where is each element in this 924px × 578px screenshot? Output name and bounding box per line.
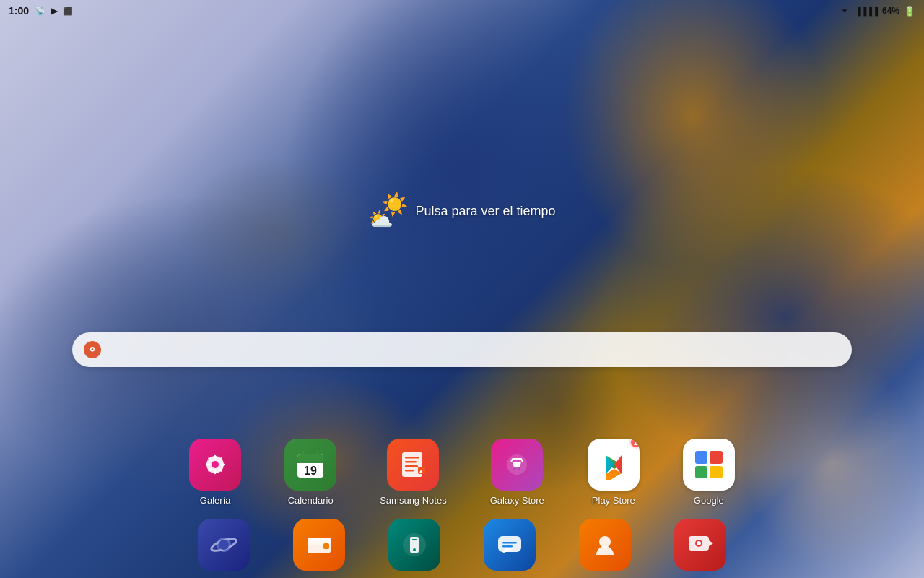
play-store-label: Play Store <box>592 495 635 506</box>
app-galeria[interactable]: Galería <box>189 439 241 506</box>
svg-point-25 <box>518 468 520 470</box>
svg-point-1 <box>92 348 94 350</box>
samsung-notes-icon <box>387 439 439 491</box>
app-wallet[interactable] <box>293 519 345 571</box>
app-saturn[interactable] <box>198 519 250 571</box>
app-play-store[interactable]: 2 <box>588 439 640 506</box>
play-store-badge: 2 <box>629 439 640 449</box>
search-bar[interactable] <box>72 332 852 367</box>
google-grid-icon <box>695 451 723 478</box>
media-play-icon: ▶ <box>51 7 57 16</box>
app-messages[interactable] <box>484 519 536 571</box>
app-contacts[interactable] <box>579 519 631 571</box>
svg-rect-35 <box>412 539 417 540</box>
saturn-icon <box>198 519 250 571</box>
messages-icon <box>484 519 536 571</box>
status-right: ▐▐▐▐ 64% 🔋 <box>838 5 915 17</box>
google-icon <box>683 439 735 491</box>
samsung-notes-label: Samsung Notes <box>380 495 447 506</box>
battery-icon: 🔋 <box>904 6 915 17</box>
screenshot-icon: ⬛ <box>63 7 73 16</box>
svg-rect-39 <box>502 545 513 548</box>
calendario-label: Calendario <box>288 495 334 506</box>
svg-rect-38 <box>502 542 517 544</box>
galaxy-store-label: Galaxy Store <box>490 495 544 506</box>
svg-point-3 <box>212 461 219 468</box>
calendario-icon: 19 <box>284 439 336 491</box>
galeria-label: Galería <box>200 495 231 506</box>
svg-point-28 <box>219 540 229 550</box>
svg-rect-19 <box>405 457 419 459</box>
svg-rect-23 <box>418 467 425 474</box>
google-label: Google <box>694 495 724 506</box>
main-app-grid: Galería 19 Calendario <box>0 439 924 506</box>
svg-point-43 <box>697 541 701 545</box>
svg-rect-14 <box>297 460 323 463</box>
svg-rect-22 <box>405 470 414 472</box>
contacts-icon <box>579 519 631 571</box>
status-bar: 1:00 📡 ▶ ⬛ ▐▐▐▐ 64% 🔋 <box>0 0 924 22</box>
app-galaxy-store[interactable]: Galaxy Store <box>490 439 544 506</box>
wallet-icon <box>293 519 345 571</box>
cloud-icon: ⛅ <box>368 207 393 231</box>
cast-icon: 📡 <box>35 6 45 16</box>
app-google[interactable]: Google <box>683 439 735 506</box>
status-time: 1:00 <box>9 5 29 17</box>
galeria-icon <box>189 439 241 491</box>
svg-point-34 <box>413 548 416 551</box>
battery-text: 64% <box>882 6 899 16</box>
svg-rect-21 <box>405 465 418 467</box>
app-calendario[interactable]: 19 Calendario <box>284 439 336 506</box>
weather-widget[interactable]: ☀️ ⛅ Pulsa para ver el tiempo <box>368 191 555 231</box>
duckduckgo-icon <box>84 341 101 358</box>
svg-rect-20 <box>405 461 417 463</box>
wifi-icon <box>838 5 851 17</box>
signal-icon: ▐▐▐▐ <box>855 7 878 15</box>
app-samsung-notes[interactable]: Samsung Notes <box>380 439 447 506</box>
weather-icon: ☀️ ⛅ <box>368 191 408 231</box>
app-phone[interactable] <box>388 519 440 571</box>
screen-recorder-icon <box>674 519 726 571</box>
svg-rect-32 <box>308 538 331 541</box>
play-store-icon: 2 <box>588 439 640 491</box>
weather-text: Pulsa para ver el tiempo <box>415 204 555 219</box>
app-screen-recorder[interactable] <box>674 519 726 571</box>
svg-text:19: 19 <box>304 465 317 477</box>
svg-point-24 <box>514 468 516 470</box>
bottom-app-grid <box>0 519 924 571</box>
status-left: 1:00 📡 ▶ ⬛ <box>9 5 73 17</box>
svg-rect-31 <box>323 543 329 549</box>
svg-point-40 <box>599 536 611 548</box>
phone-icon <box>388 519 440 571</box>
search-input[interactable] <box>108 332 840 367</box>
galaxy-store-icon <box>491 439 543 491</box>
